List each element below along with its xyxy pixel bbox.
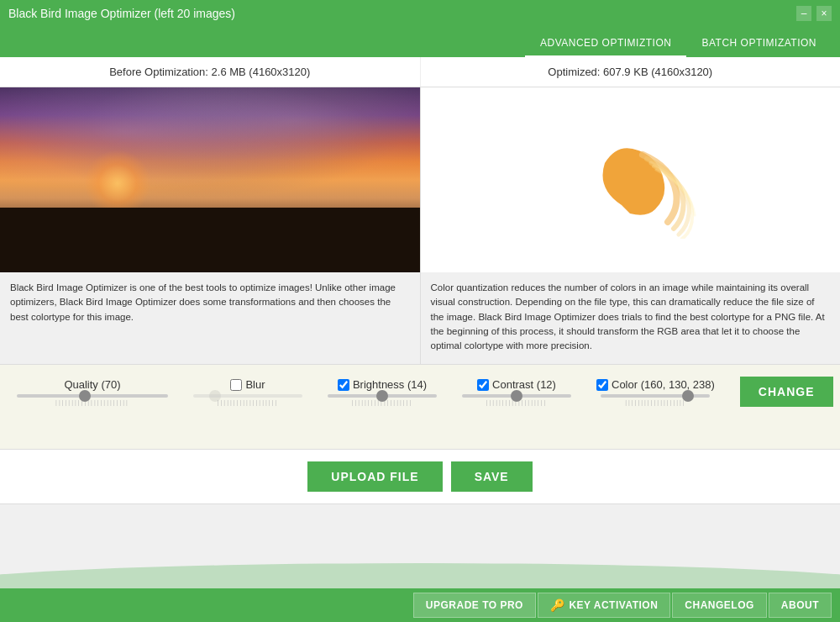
key-activation-button[interactable]: 🔑 KEY ACTIVATION <box>538 593 670 618</box>
blur-checkbox[interactable] <box>230 379 242 391</box>
quality-label: Quality (70) <box>64 378 120 391</box>
tab-batch[interactable]: BATCH OPTIMIZATION <box>686 30 832 57</box>
color-control: Color (160, 130, 238) ||||||||||||||||||… <box>596 378 715 405</box>
close-button[interactable]: × <box>816 6 832 21</box>
color-label[interactable]: Color (160, 130, 238) <box>596 378 715 391</box>
original-image <box>0 87 420 272</box>
info-bar: Before Optimization: 2.6 MB (4160x3120) … <box>0 57 840 87</box>
before-info: Before Optimization: 2.6 MB (4160x3120) <box>0 57 421 87</box>
color-ticks: ||||||||||||||||||| <box>601 399 710 405</box>
description-right: Color quantization reduces the number of… <box>421 272 841 361</box>
sunset-clouds <box>0 87 420 272</box>
bottom-wave-decoration <box>0 563 840 588</box>
contrast-slider-container: ||||||||||||||||||| <box>462 394 571 405</box>
controls-area: Quality (70) ||||||||||||||||||||||| Blu… <box>0 365 840 449</box>
quality-ticks: ||||||||||||||||||||||| <box>17 399 168 405</box>
upload-file-button[interactable]: UPLOAD FILE <box>307 461 442 492</box>
optimized-pane: Color quantization reduces the number of… <box>421 87 841 364</box>
blur-slider-track[interactable] <box>193 394 302 398</box>
optimized-image <box>421 87 841 272</box>
brightness-control: Brightness (14) ||||||||||||||||||| <box>328 378 437 405</box>
change-button[interactable]: CHANGE <box>740 377 833 407</box>
tree-silhouette <box>0 208 420 272</box>
contrast-checkbox[interactable] <box>477 379 489 391</box>
brightness-checkbox[interactable] <box>338 379 349 391</box>
optimizer-logo <box>563 121 697 239</box>
changelog-button[interactable]: CHANGELOG <box>672 593 767 618</box>
blur-ticks: ||||||||||||||||||| <box>193 399 302 405</box>
minimize-button[interactable]: – <box>796 6 811 21</box>
app-title: Black Bird Image Optimizer (left 20 imag… <box>8 7 235 20</box>
blur-control: Blur ||||||||||||||||||| <box>193 378 302 405</box>
preview-area: Black Bird Image Optimizer is one of the… <box>0 87 840 365</box>
contrast-control: Contrast (12) ||||||||||||||||||| <box>462 378 571 405</box>
bottom-bar: UPGRADE TO PRO 🔑 KEY ACTIVATION CHANGELO… <box>0 588 840 622</box>
color-slider-track[interactable] <box>601 394 710 398</box>
about-button[interactable]: ABOUT <box>769 593 832 618</box>
quality-control: Quality (70) ||||||||||||||||||||||| <box>17 378 168 405</box>
upgrade-to-pro-button[interactable]: UPGRADE TO PRO <box>413 593 536 618</box>
brightness-label[interactable]: Brightness (14) <box>338 378 427 391</box>
contrast-label[interactable]: Contrast (12) <box>477 378 556 391</box>
original-pane: Black Bird Image Optimizer is one of the… <box>0 87 421 364</box>
after-info: Optimized: 607.9 KB (4160x3120) <box>421 57 841 87</box>
title-bar: Black Bird Image Optimizer (left 20 imag… <box>0 0 840 27</box>
cloud-layer <box>0 87 420 198</box>
quality-slider-track[interactable] <box>17 394 168 398</box>
blur-label[interactable]: Blur <box>230 378 265 391</box>
blur-slider-thumb[interactable] <box>209 390 221 402</box>
controls-row: Quality (70) ||||||||||||||||||||||| Blu… <box>17 377 823 407</box>
quality-slider-container: ||||||||||||||||||||||| <box>17 394 168 405</box>
color-checkbox[interactable] <box>596 379 608 391</box>
save-button[interactable]: SAVE <box>451 461 533 492</box>
key-icon: 🔑 <box>550 598 565 612</box>
contrast-slider-thumb[interactable] <box>511 390 522 402</box>
contrast-slider-track[interactable] <box>462 394 571 398</box>
color-slider-container: ||||||||||||||||||| <box>601 394 710 405</box>
quality-slider-thumb[interactable] <box>79 390 91 402</box>
brightness-slider-track[interactable] <box>328 394 437 398</box>
blur-slider-container: ||||||||||||||||||| <box>193 394 302 405</box>
window-controls: – × <box>796 6 832 21</box>
brightness-slider-container: ||||||||||||||||||| <box>328 394 437 405</box>
brightness-slider-thumb[interactable] <box>376 390 388 402</box>
actions-bar: UPLOAD FILE SAVE <box>0 449 840 504</box>
description-left: Black Bird Image Optimizer is one of the… <box>0 272 420 333</box>
tab-advanced[interactable]: ADVANCED OPTIMIZTION <box>525 30 686 57</box>
tab-bar: ADVANCED OPTIMIZTION BATCH OPTIMIZATION <box>0 27 840 57</box>
